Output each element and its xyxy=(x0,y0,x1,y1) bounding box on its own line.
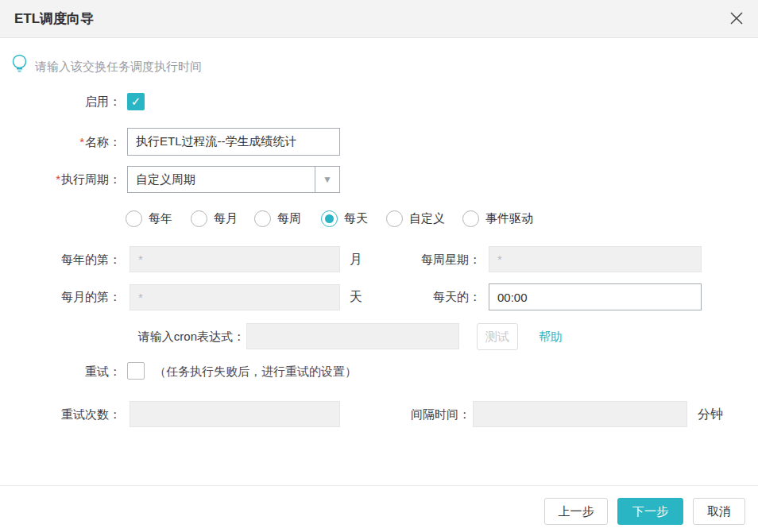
close-icon xyxy=(728,17,745,29)
radio-custom[interactable]: 自定义 xyxy=(386,210,445,227)
radio-weekly[interactable]: 每周 xyxy=(254,210,301,227)
radio-label: 每年 xyxy=(149,211,172,226)
chevron-down-icon: ▼ xyxy=(315,167,339,192)
retry-note: （任务执行失败后，进行重试的设置） xyxy=(154,363,357,380)
radio-circle xyxy=(126,210,142,227)
radio-label: 每月 xyxy=(214,211,238,226)
month-day-input xyxy=(130,284,340,310)
radio-label: 事件驱动 xyxy=(485,211,533,226)
daily-time-input[interactable] xyxy=(489,283,702,310)
prev-step-button[interactable]: 上一步 xyxy=(544,498,608,525)
year-day-input xyxy=(130,246,340,272)
cancel-button[interactable]: 取消 xyxy=(693,498,745,525)
interval-input xyxy=(473,401,687,427)
cycle-selected-value: 自定义周期 xyxy=(128,167,339,192)
radio-circle xyxy=(191,210,207,227)
next-step-button[interactable]: 下一步 xyxy=(617,498,683,525)
name-input[interactable] xyxy=(127,128,340,156)
enable-label: 启用： xyxy=(0,93,121,110)
radio-label: 每周 xyxy=(277,211,301,226)
radio-monthly[interactable]: 每月 xyxy=(191,210,238,227)
name-required-mark: * xyxy=(79,135,84,148)
daily-time-label: 每天的： xyxy=(358,283,481,310)
week-day-label: 每周星期： xyxy=(358,246,481,272)
cron-help-link[interactable]: 帮助 xyxy=(539,323,563,350)
lightbulb-icon xyxy=(11,54,28,79)
interval-label: 间隔时间： xyxy=(350,401,470,427)
interval-unit: 分钟 xyxy=(698,401,723,427)
radio-yearly[interactable]: 每年 xyxy=(126,210,172,227)
cron-label: 请输入cron表达式： xyxy=(0,323,245,350)
cycle-label: *执行周期： xyxy=(0,166,121,193)
dialog-header: ETL调度向导 xyxy=(0,0,758,38)
hint-text: 请输入该交换任务调度执行时间 xyxy=(35,59,202,75)
enable-checkbox[interactable]: ✓ xyxy=(127,93,145,110)
radio-label: 每天 xyxy=(344,211,368,226)
cron-test-button[interactable]: 测试 xyxy=(477,323,518,350)
close-button[interactable] xyxy=(727,10,746,29)
retry-label: 重试： xyxy=(0,363,121,380)
radio-daily[interactable]: 每天 xyxy=(321,210,368,227)
radio-circle xyxy=(462,210,479,227)
cycle-label-text: 执行周期： xyxy=(61,172,121,186)
dialog-title: ETL调度向导 xyxy=(14,0,94,38)
footer-divider xyxy=(0,485,758,486)
radio-label: 自定义 xyxy=(409,211,445,226)
retry-checkbox[interactable] xyxy=(127,362,145,380)
year-day-label: 每年的第： xyxy=(0,246,121,272)
radio-circle xyxy=(386,210,403,227)
cron-input[interactable] xyxy=(246,323,459,349)
retry-count-label: 重试次数： xyxy=(0,401,121,427)
radio-circle xyxy=(321,210,338,227)
cycle-required-mark: * xyxy=(56,172,60,186)
radio-circle xyxy=(254,210,271,227)
week-day-input xyxy=(489,246,702,272)
radio-event-driven[interactable]: 事件驱动 xyxy=(462,210,533,227)
check-icon: ✓ xyxy=(131,94,141,108)
name-label: *名称： xyxy=(0,128,121,156)
month-day-label: 每月的第： xyxy=(0,283,121,310)
name-label-text: 名称： xyxy=(85,135,121,148)
etl-schedule-wizard-dialog: ETL调度向导 请输入该交换任务调度执行时间 启用： ✓ *名称： *执行周期：… xyxy=(0,0,758,532)
cycle-select[interactable]: 自定义周期 ▼ xyxy=(127,166,340,193)
retry-count-input xyxy=(130,401,340,427)
